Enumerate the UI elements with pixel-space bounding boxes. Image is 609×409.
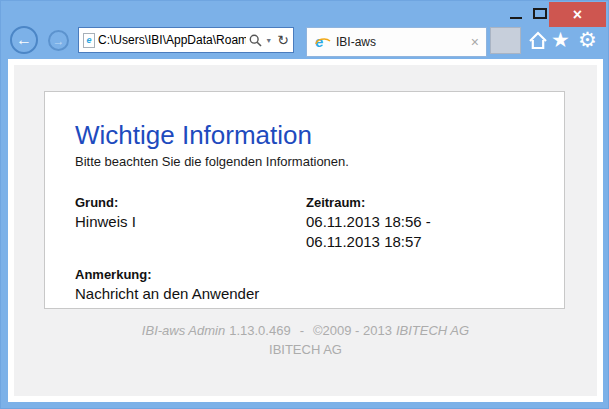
address-bar[interactable]: e C:\Users\IBI\AppData\Roam ▼ ↻	[78, 27, 294, 53]
anmerkung-label: Anmerkung:	[75, 267, 306, 282]
home-icon[interactable]	[528, 31, 548, 50]
page-subtitle: Bitte beachten Sie die folgenden Informa…	[75, 154, 544, 169]
forward-arrow-icon: →	[53, 35, 65, 47]
grund-label: Grund:	[75, 195, 306, 210]
fields-spacer	[306, 253, 544, 304]
settings-gear-icon[interactable]: ⚙	[578, 29, 597, 50]
zeitraum-label: Zeitraum:	[306, 195, 544, 210]
footer-line2: IBITECH AG	[14, 342, 597, 358]
favorites-star-icon[interactable]: ★	[551, 29, 570, 50]
browser-window: × ← → e C:\Users\IBI\AppData\Roam ▼ ↻ e …	[0, 0, 609, 409]
anmerkung-value: Nachricht an den Anwender	[75, 284, 306, 304]
tab-title: IBI-aws	[336, 35, 466, 49]
footer-company: IBITECH AG	[396, 323, 469, 338]
maximize-button[interactable]	[529, 4, 551, 24]
search-icon[interactable]	[249, 34, 262, 47]
footer-copyright: ©2009 - 2013	[313, 323, 392, 338]
information-card: Wichtige Information Bitte beachten Sie …	[44, 91, 565, 309]
address-input[interactable]: C:\Users\IBI\AppData\Roam	[98, 33, 246, 47]
forward-button[interactable]: →	[48, 30, 69, 51]
zeitraum-field: Zeitraum: 06.11.2013 18:56 - 06.11.2013 …	[306, 195, 544, 253]
minimize-button[interactable]	[504, 7, 528, 25]
zeitraum-line1: 06.11.2013 18:56 -	[306, 212, 544, 232]
ie-letter: e	[86, 35, 91, 45]
footer-app-name: IBI-aws Admin	[142, 323, 225, 338]
info-fields: Grund: Hinweis I Zeitraum: 06.11.2013 18…	[75, 195, 544, 304]
grund-field: Grund: Hinweis I	[75, 195, 306, 253]
page-favicon-icon: e	[83, 33, 95, 48]
zeitraum-line2: 06.11.2013 18:57	[306, 232, 544, 252]
page-background: Wichtige Information Bitte beachten Sie …	[14, 65, 597, 396]
page-viewport: Wichtige Information Bitte beachten Sie …	[8, 59, 603, 402]
grund-value: Hinweis I	[75, 212, 306, 232]
close-button[interactable]: ×	[549, 2, 606, 27]
maximize-icon	[533, 8, 547, 19]
tab-ibi-aws[interactable]: e IBI-aws ×	[306, 27, 487, 57]
back-button[interactable]: ←	[10, 26, 38, 54]
footer-separator: -	[300, 323, 304, 338]
page-title: Wichtige Information	[75, 120, 544, 151]
minimize-icon	[510, 17, 522, 19]
refresh-icon[interactable]: ↻	[277, 33, 289, 47]
zeitraum-value: 06.11.2013 18:56 - 06.11.2013 18:57	[306, 212, 544, 253]
tab-close-icon[interactable]: ×	[471, 35, 479, 49]
page-footer: IBI-aws Admin1.13.0.469-©2009 - 2013IBIT…	[14, 323, 597, 359]
ie-favicon-icon: e	[314, 34, 331, 50]
address-dropdown-caret-icon[interactable]: ▼	[265, 37, 272, 44]
footer-line1: IBI-aws Admin1.13.0.469-©2009 - 2013IBIT…	[14, 323, 597, 339]
close-icon: ×	[573, 7, 582, 23]
anmerkung-field: Anmerkung: Nachricht an den Anwender	[75, 267, 306, 304]
back-arrow-icon: ←	[16, 32, 32, 48]
footer-version: 1.13.0.469	[229, 323, 290, 338]
new-tab-button[interactable]	[490, 27, 521, 54]
